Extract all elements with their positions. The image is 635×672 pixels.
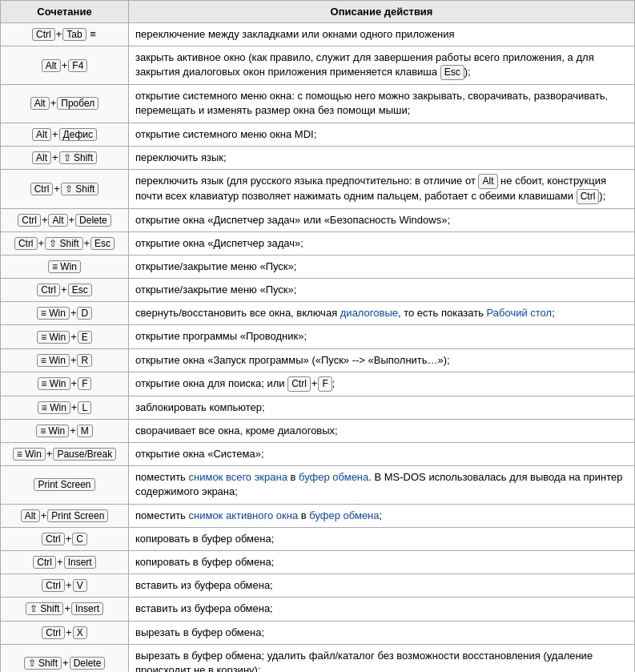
description-cell-shift-insert: вставить из буфера обмена; (129, 598, 635, 621)
description-cell-ctrl-x: вырезать в буфер обмена; (129, 621, 635, 644)
shortcut-cell-alt-space: Alt+Пробел (1, 85, 129, 123)
description-cell-win-r: открытие окна «Запуск программы» («Пуск»… (129, 348, 635, 372)
table-row: ≡ Win+Dсвернуть/восстановить все окна, в… (1, 302, 635, 325)
shortcut-cell-shift-delete: ⇧ Shift+Delete (1, 644, 129, 672)
shortcuts-table: Сочетание Описание действия Ctrl+Tab ≡пе… (0, 0, 635, 672)
description-cell-shift-delete: вырезать в буфер обмена; удалить файл/ка… (129, 644, 635, 672)
table-row: Ctrl+⇧ Shift+Escоткрытие окна «Диспетчер… (1, 231, 635, 255)
col-header-description: Описание действия (129, 1, 635, 23)
description-cell-win-m: сворачивает все окна, кроме диалоговых; (129, 419, 635, 442)
description-cell-win-e: открытие программы «Проводник»; (129, 325, 635, 348)
shortcut-cell-win-r: ≡ Win+R (1, 348, 129, 372)
table-row: Alt+Print Screenпоместить снимок активно… (1, 504, 635, 527)
shortcut-cell-ctrl-shift-esc: Ctrl+⇧ Shift+Esc (1, 231, 129, 255)
shortcut-cell-printscreen: Print Screen (1, 466, 129, 504)
description-cell-alt-shift: переключить язык; (129, 146, 635, 169)
shortcut-cell-ctrl-tab: Ctrl+Tab ≡ (1, 23, 129, 46)
shortcut-cell-alt-defis: Alt+Дефис (1, 123, 129, 146)
shortcut-cell-ctrl-esc: Ctrl+Esc (1, 279, 129, 302)
description-cell-alt-printscreen: поместить снимок активного окна в буфер … (129, 504, 635, 527)
description-cell-ctrl-esc: открытие/закрытие меню «Пуск»; (129, 279, 635, 302)
table-row: Alt+⇧ Shiftпереключить язык; (1, 146, 635, 169)
description-cell-ctrl-shift: переключить язык (для русского языка пре… (129, 169, 635, 208)
shortcut-cell-ctrl-shift: Ctrl+⇧ Shift (1, 169, 129, 208)
table-row: ⇧ Shift+Insertвставить из буфера обмена; (1, 598, 635, 621)
table-row: Print Screenпоместить снимок всего экран… (1, 466, 635, 504)
table-row: ≡ Win+Mсворачивает все окна, кроме диало… (1, 419, 635, 442)
description-cell-alt-space: открытие системного меню окна: с помощью… (129, 85, 635, 123)
description-cell-win-pause: открытие окна «Система»; (129, 443, 635, 466)
shortcut-cell-ctrl-insert: Ctrl+Insert (1, 550, 129, 573)
col-header-shortcut: Сочетание (1, 1, 129, 23)
table-row: Ctrl+Insertкопировать в буфер обмена; (1, 550, 635, 573)
table-row: ≡ Win+Eоткрытие программы «Проводник»; (1, 325, 635, 348)
description-cell-ctrl-alt-del: открытие окна «Диспетчер задач» или «Без… (129, 208, 635, 231)
table-row: ⇧ Shift+Deleteвырезать в буфер обмена; у… (1, 644, 635, 672)
table-row: Ctrl+⇧ Shiftпереключить язык (для русско… (1, 169, 635, 208)
description-cell-win-l: заблокировать компьютер; (129, 396, 635, 419)
table-row: Ctrl+Xвырезать в буфер обмена; (1, 621, 635, 644)
table-row: ≡ Winоткрытие/закрытие меню «Пуск»; (1, 255, 635, 278)
shortcut-cell-win-m: ≡ Win+M (1, 419, 129, 442)
description-cell-win-d: свернуть/восстановить все окна, включая … (129, 302, 635, 325)
description-cell-printscreen: поместить снимок всего экрана в буфер об… (129, 466, 635, 504)
description-cell-ctrl-shift-esc: открытие окна «Диспетчер задач»; (129, 231, 635, 255)
shortcut-cell-win-f: ≡ Win+F (1, 372, 129, 396)
shortcut-cell-win-e: ≡ Win+E (1, 325, 129, 348)
table-row: Alt+F4закрыть активное окно (как правило… (1, 46, 635, 85)
table-row: Ctrl+Cкопировать в буфер обмена; (1, 527, 635, 550)
shortcut-cell-ctrl-v: Ctrl+V (1, 574, 129, 598)
table-row: ≡ Win+Pause/Breakоткрытие окна «Система»… (1, 443, 635, 466)
shortcut-cell-ctrl-x: Ctrl+X (1, 621, 129, 644)
shortcut-cell-alt-f4: Alt+F4 (1, 46, 129, 85)
shortcut-cell-win-pause: ≡ Win+Pause/Break (1, 443, 129, 466)
shortcut-cell-win: ≡ Win (1, 255, 129, 278)
table-row: Ctrl+Alt+Deleteоткрытие окна «Диспетчер … (1, 208, 635, 231)
table-row: Alt+Дефисоткрытие системного меню окна M… (1, 123, 635, 146)
table-row: ≡ Win+Lзаблокировать компьютер; (1, 396, 635, 419)
table-row: Ctrl+Tab ≡переключение между закладками … (1, 23, 635, 46)
shortcut-cell-win-d: ≡ Win+D (1, 302, 129, 325)
shortcut-cell-win-l: ≡ Win+L (1, 396, 129, 419)
table-row: Ctrl+Escоткрытие/закрытие меню «Пуск»; (1, 279, 635, 302)
description-cell-ctrl-insert: копировать в буфер обмена; (129, 550, 635, 573)
description-cell-ctrl-c: копировать в буфер обмена; (129, 527, 635, 550)
description-cell-win: открытие/закрытие меню «Пуск»; (129, 255, 635, 278)
shortcut-cell-alt-printscreen: Alt+Print Screen (1, 504, 129, 527)
description-cell-win-f: открытие окна для поиска; или Ctrl+F; (129, 372, 635, 396)
description-cell-ctrl-v: вставить из буфера обмена; (129, 574, 635, 598)
description-cell-ctrl-tab: переключение между закладками или окнами… (129, 23, 635, 46)
table-row: Alt+Пробелоткрытие системного меню окна:… (1, 85, 635, 123)
table-row: ≡ Win+Rоткрытие окна «Запуск программы» … (1, 348, 635, 372)
description-cell-alt-f4: закрыть активное окно (как правило, служ… (129, 46, 635, 85)
shortcut-cell-ctrl-c: Ctrl+C (1, 527, 129, 550)
shortcut-cell-alt-shift: Alt+⇧ Shift (1, 146, 129, 169)
table-row: Ctrl+Vвставить из буфера обмена; (1, 574, 635, 598)
shortcut-cell-ctrl-alt-del: Ctrl+Alt+Delete (1, 208, 129, 231)
description-cell-alt-defis: открытие системного меню окна MDI; (129, 123, 635, 146)
shortcut-cell-shift-insert: ⇧ Shift+Insert (1, 598, 129, 621)
table-row: ≡ Win+Fоткрытие окна для поиска; или Ctr… (1, 372, 635, 396)
